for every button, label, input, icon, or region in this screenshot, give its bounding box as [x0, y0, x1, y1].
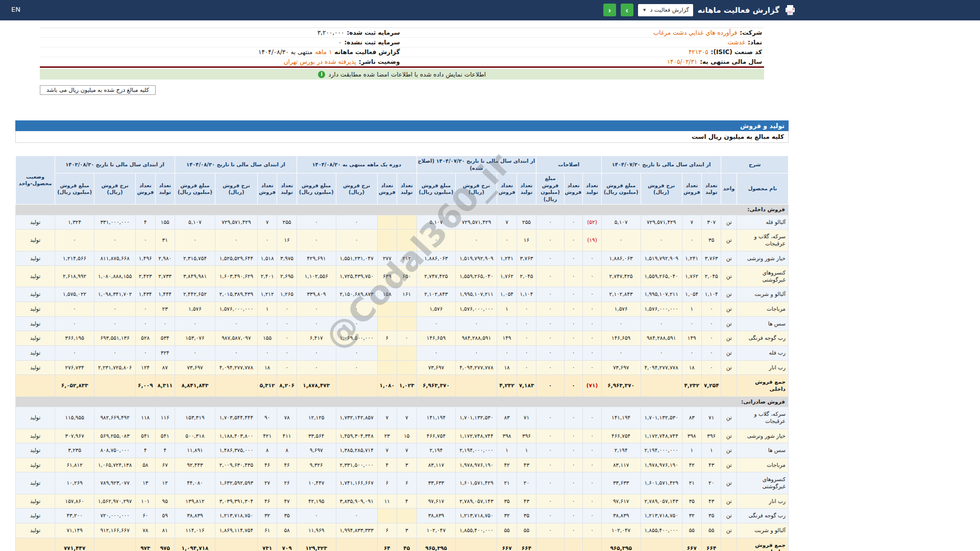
value-cell: ۶۱,۸۱۲ — [55, 458, 94, 472]
value-cell: ۰ — [564, 429, 582, 443]
language-switch[interactable]: EN — [11, 6, 20, 13]
value-cell: ۱ — [497, 302, 517, 317]
signature-notice-text: اطلاعات نمایش داده شده با اطلاعات امضا ش… — [328, 71, 486, 78]
value-cell: ۰ — [583, 472, 601, 494]
value-cell: ۶ — [377, 472, 397, 494]
value-cell: ۱ — [682, 443, 701, 458]
value-cell: ۱۴۹ — [497, 331, 517, 346]
col-sale-amount: مبلغ فروش (میلیون ریال) — [175, 173, 215, 205]
value-cell: ۸۱۱,۸۷۵,۶۶۸ — [94, 251, 136, 266]
registered-capital-label: سرمایه ثبت شده: — [347, 29, 400, 37]
value-cell: ۰ — [564, 458, 582, 472]
value-cell: ۰ — [416, 346, 456, 361]
unit-cell: تن — [721, 458, 737, 472]
value-cell: ۰ — [416, 316, 456, 331]
value-cell: ۷۸ — [277, 407, 297, 429]
value-cell: ۴ — [136, 215, 155, 230]
fiscal-year-value: ۱۴۰۵/۰۳/۳۱ — [667, 58, 698, 66]
unit-cell: تن — [721, 360, 737, 375]
value-cell: ۱۲۹,۳۲۳ — [297, 538, 336, 551]
prev-period-button[interactable]: ‹ — [603, 4, 616, 16]
value-cell: ۰ — [583, 346, 601, 361]
table-row: سرکه، گلاب و عرقیجاتتن۳۵۰۰۰(۱۹)۰۰۱۶۰۰۰۰۰… — [16, 230, 789, 251]
unregistered-capital-label: سرمایه ثبت نشده: — [345, 38, 400, 46]
value-cell: ۰ — [536, 251, 565, 266]
value-cell: ۰ — [175, 316, 215, 331]
value-cell: ۰ — [583, 509, 601, 523]
value-cell: ۳,۰۳۹,۳۹۱,۳۰۴ — [215, 494, 257, 509]
value-cell: ۱ — [497, 443, 517, 458]
value-cell: ۰ — [583, 287, 601, 302]
value-cell: ۷۲۰,۰۰۰,۰۰۰ — [94, 509, 136, 523]
col-group-description: شرح — [721, 156, 789, 173]
value-cell: ۱,۷۳۲,۱۴۲,۸۵۷ — [336, 407, 377, 429]
value-cell: ۳۶۶,۱۹۵ — [55, 331, 94, 346]
value-cell: ۴,۰۹۴,۲۷۷,۷۷۸ — [215, 360, 257, 375]
value-cell: ۰ — [641, 230, 682, 251]
value-cell: ۶,۹۶۳,۳۷۰ — [416, 375, 456, 396]
symbol-label: نماد: — [748, 38, 762, 46]
report-period-label: گزارش فعالیت ماهانه — [334, 48, 400, 56]
value-cell: ۰ — [517, 331, 536, 346]
value-cell: ۱۴۱,۱۹۴ — [416, 407, 456, 429]
value-cell: ۴۳,۲۰۰ — [55, 509, 94, 523]
status-cell: تولید — [16, 360, 55, 375]
value-cell: ۴۳ — [702, 458, 721, 472]
value-cell: ۱,۴۳۴ — [136, 287, 155, 302]
value-cell: ۷۸ — [136, 523, 155, 538]
value-cell: ۶۶۷ — [497, 538, 517, 551]
report-type-dropdown[interactable]: گزارش فعالیت د ▼ — [638, 4, 693, 16]
table-row: رب انارتن۰۱۸۴,۰۹۴,۲۷۷,۷۷۸۷۳,۶۹۷۰۰۰۰۱۸۴,۰… — [16, 360, 789, 375]
value-cell: ۸ — [257, 443, 277, 458]
value-cell: ۱,۱۷۲,۷۴۸,۷۴۴ — [641, 429, 682, 443]
value-cell: ۵۵ — [682, 523, 701, 538]
value-cell: ۳۵ — [702, 230, 721, 251]
table-row: رب فلهتن۰۰۰۰۰۰۰۰۰۰۰۰۰۰۰۰۰۳۲۴۰۰۰تولید — [16, 346, 789, 361]
value-cell: ۸,۳۱۱ — [155, 375, 175, 396]
value-cell: ۳۵ — [702, 509, 721, 523]
next-period-button[interactable]: › — [621, 4, 633, 16]
amounts-note-row: کلیه مبالغ درج شده به میلیون ریال می باش… — [40, 84, 764, 95]
table-row: سس هاتن۰۰۰۰۰۰۰۰۰۰۰۰۰۰۰۰۰۰۰۰۰تولید — [16, 316, 789, 331]
value-cell: ۲۳ — [377, 429, 397, 443]
value-cell: ۶,۴۱۷ — [297, 331, 336, 346]
value-cell: ۱,۸۸۶,۰۶۳ — [601, 251, 641, 266]
value-cell: ۰ — [536, 360, 565, 375]
value-cell: ۱۱,۸۹۱ — [175, 443, 215, 458]
value-cell: ۱ — [702, 443, 721, 458]
value-cell: ۱,۱۰۴ — [702, 287, 721, 302]
col-sale-rate: نرخ فروش (ریال) — [641, 173, 682, 205]
unit-cell: تن — [721, 346, 737, 361]
unit-cell — [721, 538, 737, 551]
value-cell: ۰ — [583, 302, 601, 317]
print-icon[interactable] — [784, 4, 796, 16]
unit-cell: تن — [721, 494, 737, 509]
value-cell: ۱,۹۹۴,۸۳۳,۳۳۳ — [336, 523, 377, 538]
status-cell: تولید — [16, 316, 55, 331]
value-cell — [456, 375, 497, 396]
value-cell: ۱,۸۶۹,۱۱۴,۷۵۴ — [215, 523, 257, 538]
col-qty-sold: تعداد فروش — [564, 173, 582, 205]
value-cell: ۸۳,۱۱۷ — [416, 458, 456, 472]
value-cell: ۰ — [536, 375, 565, 396]
value-cell: ۱,۵۱۹,۷۹۲,۹۰۹ — [641, 251, 682, 266]
value-cell: ۰ — [702, 360, 721, 375]
value-cell: ۱,۰۸۰ — [377, 375, 397, 396]
value-cell: ۰ — [94, 230, 136, 251]
value-cell: ۴,۰۹۴,۲۷۷,۷۷۸ — [456, 360, 497, 375]
value-cell: ۰ — [536, 458, 565, 472]
product-name-cell: رب فله — [737, 346, 788, 361]
value-cell: ۸,۸۴۱,۸۴۳ — [175, 375, 215, 396]
value-cell: ۵,۱۰۷ — [416, 215, 456, 230]
product-name-cell: سرکه، گلاب و عرقیجات — [737, 230, 788, 251]
value-cell: ۲۷۶,۷۳۴ — [55, 360, 94, 375]
value-cell: ۷۱ — [702, 407, 721, 429]
value-cell: ۴ — [155, 443, 175, 458]
value-cell: ۸۱ — [155, 523, 175, 538]
value-cell: ۰ — [55, 346, 94, 361]
value-cell — [456, 538, 497, 551]
col-sale-rate: نرخ فروش (ریال) — [215, 173, 257, 205]
value-cell: ۰ — [536, 331, 565, 346]
product-name-cell: مرباجات — [737, 302, 788, 317]
value-cell: ۳۰۷ — [702, 215, 721, 230]
